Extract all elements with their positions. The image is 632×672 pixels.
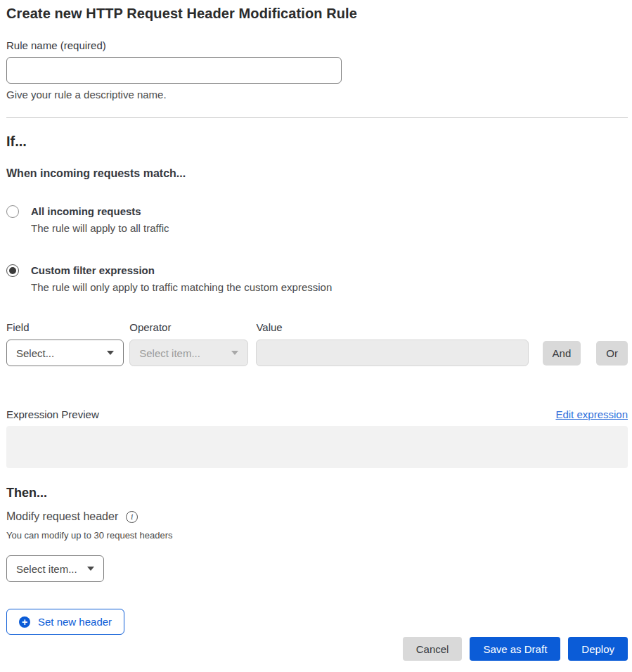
if-heading: If... — [6, 134, 628, 150]
operator-label: Operator — [129, 321, 248, 333]
header-action-select-value: Select item... — [16, 563, 77, 575]
field-label: Field — [6, 321, 124, 333]
and-button[interactable]: And — [543, 341, 581, 366]
edit-expression-link[interactable]: Edit expression — [555, 408, 628, 420]
radio-description: The rule will only apply to traffic matc… — [31, 281, 332, 293]
chevron-down-icon — [87, 567, 94, 571]
operator-select-value: Select item... — [139, 347, 200, 359]
form-footer: Cancel Save as Draft Deploy — [6, 637, 628, 661]
rule-name-label: Rule name (required) — [6, 39, 628, 51]
deploy-button[interactable]: Deploy — [568, 637, 628, 661]
chevron-down-icon — [231, 351, 238, 355]
page-title: Create new HTTP Request Header Modificat… — [6, 6, 628, 22]
rule-name-help: Give your rule a descriptive name. — [6, 89, 628, 101]
plus-icon: + — [19, 616, 30, 628]
expression-preview-box — [6, 426, 628, 468]
radio-all-incoming-requests[interactable]: All incoming requests The rule will appl… — [6, 205, 628, 234]
modify-request-header-label: Modify request header — [6, 510, 118, 523]
set-new-header-button[interactable]: + Set new header — [6, 609, 124, 635]
radio-icon[interactable] — [6, 205, 19, 218]
radio-label: Custom filter expression — [31, 264, 332, 276]
info-icon[interactable]: i — [126, 511, 138, 523]
header-action-select[interactable]: Select item... — [6, 555, 104, 582]
modify-header-help: You can modify up to 30 request headers — [6, 530, 628, 541]
expression-builder: Field Select... Operator Select item... … — [6, 321, 628, 366]
radio-description: The rule will apply to all traffic — [31, 222, 169, 234]
or-button[interactable]: Or — [596, 341, 628, 366]
create-rule-form: Create new HTTP Request Header Modificat… — [0, 0, 632, 661]
value-input[interactable] — [256, 340, 528, 366]
cancel-button[interactable]: Cancel — [403, 637, 463, 661]
rule-name-input[interactable] — [6, 57, 342, 84]
then-heading: Then... — [6, 486, 628, 500]
match-subheading: When incoming requests match... — [6, 167, 628, 180]
radio-icon[interactable] — [6, 264, 19, 277]
chevron-down-icon — [107, 351, 114, 355]
expression-preview-label: Expression Preview — [6, 408, 99, 420]
section-divider — [6, 117, 628, 118]
save-as-draft-button[interactable]: Save as Draft — [470, 637, 560, 661]
field-select[interactable]: Select... — [6, 340, 124, 366]
radio-label: All incoming requests — [31, 205, 169, 217]
operator-select[interactable]: Select item... — [129, 340, 248, 366]
value-label: Value — [256, 321, 528, 333]
radio-custom-filter-expression[interactable]: Custom filter expression The rule will o… — [6, 264, 628, 293]
field-select-value: Select... — [16, 347, 54, 359]
set-new-header-label: Set new header — [38, 616, 112, 628]
